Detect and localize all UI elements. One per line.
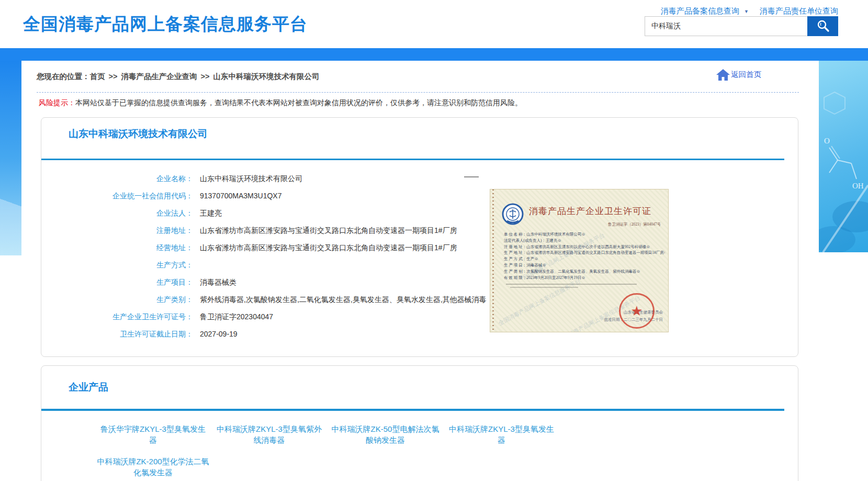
- field-row: 企业统一社会信用代码：91370700MA3M3U1QX7: [41, 191, 798, 201]
- home-icon: [716, 69, 730, 81]
- certificate-image: 消毒产品生产企业卫生许可证 鲁卫消证字（2023）第04047号 单 位 名 称…: [490, 189, 669, 332]
- red-seal: ★: [619, 293, 655, 329]
- field-label: 生产项目：: [41, 277, 193, 287]
- field-value: 紫外线消毒器,次氯酸钠发生器,二氧化氯发生器,臭氧发生器、臭氧水发生器,其他器械…: [200, 294, 487, 305]
- field-label: 企业法人：: [41, 208, 193, 218]
- chevron-down-icon[interactable]: ▼: [744, 9, 749, 14]
- field-label: 生产企业卫生许可证号：: [41, 311, 193, 322]
- product-link[interactable]: 中科瑞沃牌ZK-200型化学法二氧化氯发生器: [97, 456, 209, 478]
- certificate-line: 生 产 方 式：生产※: [504, 256, 665, 262]
- certificate-perforation: [492, 189, 494, 332]
- field-value: 消毒器械类: [200, 277, 236, 287]
- background-left-strip: [0, 61, 21, 255]
- field-value: 山东省潍坊市高新区潍安路与宝通街交叉路口东北角自动变速器一期项目1#厂房: [200, 242, 457, 253]
- field-row: 生产方式：: [41, 260, 798, 270]
- back-home-link[interactable]: 返回首页: [716, 69, 761, 81]
- page: { "header": { "site_title": "全国消毒产品网上备案信…: [0, 0, 868, 481]
- risk-notice: 风险提示：本网站仅基于已掌握的信息提供查询服务，查询结果不代表本网站对被查询对象…: [39, 98, 522, 108]
- risk-label: 风险提示：: [39, 98, 75, 107]
- scan-artifact-dash: [464, 176, 479, 177]
- field-row: 生产项目：消毒器械类: [41, 277, 798, 287]
- breadcrumb: 您现在的位置：首页>>消毒产品生产企业查询>>山东中科瑞沃环境技术有限公司: [37, 72, 319, 82]
- field-label: 企业名称：: [41, 173, 193, 184]
- top-nav: 消毒产品备案信息查询 ▼ 消毒产品责任单位查询: [661, 6, 838, 16]
- field-row: 生产企业卫生许可证号：鲁卫消证字202304047: [41, 311, 798, 322]
- breadcrumb-current: 山东中科瑞沃环境技术有限公司: [213, 72, 319, 81]
- title-divider: [41, 409, 784, 411]
- company-fields: 企业名称：山东中科瑞沃环境技术有限公司 企业统一社会信用代码：91370700M…: [41, 173, 798, 346]
- breadcrumb-separator: >>: [109, 72, 118, 81]
- certificate-title: 消毒产品生产企业卫生许可证: [529, 205, 651, 217]
- company-card-title: 山东中科瑞沃环境技术有限公司: [69, 127, 208, 141]
- products-card: 企业产品 鲁沃华宇牌ZKYL-3型臭氧发生器中科瑞沃牌ZKYL-3型臭氧紫外线消…: [41, 365, 798, 481]
- field-label: 企业统一社会信用代码：: [41, 191, 193, 201]
- search-box: [645, 16, 838, 36]
- nav-record-info-query-link[interactable]: 消毒产品备案信息查询: [661, 6, 739, 16]
- product-link[interactable]: 鲁沃华宇牌ZKYL-3型臭氧发生器: [97, 423, 209, 445]
- certificate-line: 生 产 项 目：消毒器械※: [504, 262, 665, 269]
- breadcrumb-prefix: 您现在的位置：: [37, 72, 90, 81]
- back-home-label: 返回首页: [731, 70, 761, 80]
- risk-text: 本网站仅基于已掌握的信息提供查询服务，查询结果不代表本网站对被查询对象信用状况的…: [75, 98, 522, 107]
- field-row: 注册地址：山东省潍坊市高新区潍安路与宝通街交叉路口东北角自动变速器一期项目1#厂…: [41, 225, 798, 236]
- field-label: 卫生许可证截止日期：: [41, 329, 193, 339]
- search-input[interactable]: [645, 16, 807, 36]
- title-divider: [41, 159, 784, 160]
- field-row: 生产类别：紫外线消毒器,次氯酸钠发生器,二氧化氯发生器,臭氧发生器、臭氧水发生器…: [41, 294, 798, 305]
- field-row: 企业法人：王建亮: [41, 208, 798, 218]
- star-icon: ★: [630, 304, 642, 318]
- field-label: 经营地址：: [41, 242, 193, 253]
- nav-responsible-unit-query-link[interactable]: 消毒产品责任单位查询: [760, 6, 838, 16]
- field-value: 鲁卫消证字202304047: [200, 311, 273, 322]
- field-row: 企业名称：山东中科瑞沃环境技术有限公司: [41, 173, 798, 184]
- field-label: 生产类别：: [41, 294, 193, 305]
- search-button[interactable]: [807, 16, 838, 36]
- search-icon: [816, 19, 830, 34]
- svg-text:O: O: [824, 137, 830, 145]
- breadcrumb-section-link[interactable]: 消毒产品生产企业查询: [121, 72, 197, 81]
- field-row: 卫生许可证截止日期：2027-09-19: [41, 329, 798, 339]
- page-title: 全国消毒产品网上备案信息服务平台: [23, 13, 308, 36]
- molecule-art: O OH: [819, 245, 868, 252]
- field-row: 经营地址：山东省潍坊市高新区潍安路与宝通街交叉路口东北角自动变速器一期项目1#厂…: [41, 242, 798, 253]
- emblem-icon: [502, 203, 524, 227]
- certificate-line: 单 位 名 称：山东中科瑞沃环境技术有限公司※: [504, 231, 665, 238]
- breadcrumb-separator: >>: [200, 72, 209, 81]
- field-value: 2027-09-19: [200, 329, 238, 339]
- field-value: 91370700MA3M3U1QX7: [200, 191, 281, 201]
- product-link[interactable]: 中科瑞沃牌ZKYL-3型臭氧紫外线消毒器: [213, 423, 325, 445]
- field-value: 王建亮: [200, 208, 222, 218]
- banner-stripe: [0, 48, 868, 61]
- dashed-divider: [37, 92, 799, 93]
- certificate-number: 鲁卫消证字（2023）第04047号: [608, 222, 661, 227]
- field-value: 山东中科瑞沃环境技术有限公司: [200, 173, 302, 184]
- products-card-title: 企业产品: [69, 381, 108, 394]
- product-link[interactable]: 中科瑞沃牌ZKYL-3型臭氧发生器: [445, 423, 558, 445]
- background-photo: O OH: [819, 61, 868, 252]
- product-list: 鲁沃华宇牌ZKYL-3型臭氧发生器中科瑞沃牌ZKYL-3型臭氧紫外线消毒器中科瑞…: [97, 421, 578, 481]
- svg-text:OH: OH: [852, 182, 864, 190]
- breadcrumb-home-link[interactable]: 首页: [90, 72, 105, 81]
- certificate-line: 生 产 地 址：山东省潍坊市高新区潍安路与宝通街交叉路口东北角自动变速器一期项目…: [504, 250, 665, 256]
- product-link[interactable]: 中科瑞沃牌ZK-50型电解法次氯酸钠发生器: [329, 423, 442, 445]
- field-value: 山东省潍坊市高新区潍安路与宝通街交叉路口东北角自动变速器一期项目1#厂房: [200, 225, 457, 236]
- company-card: 山东中科瑞沃环境技术有限公司 企业名称：山东中科瑞沃环境技术有限公司 企业统一社…: [41, 117, 798, 357]
- field-label: 注册地址：: [41, 225, 193, 236]
- field-label: 生产方式：: [41, 260, 193, 270]
